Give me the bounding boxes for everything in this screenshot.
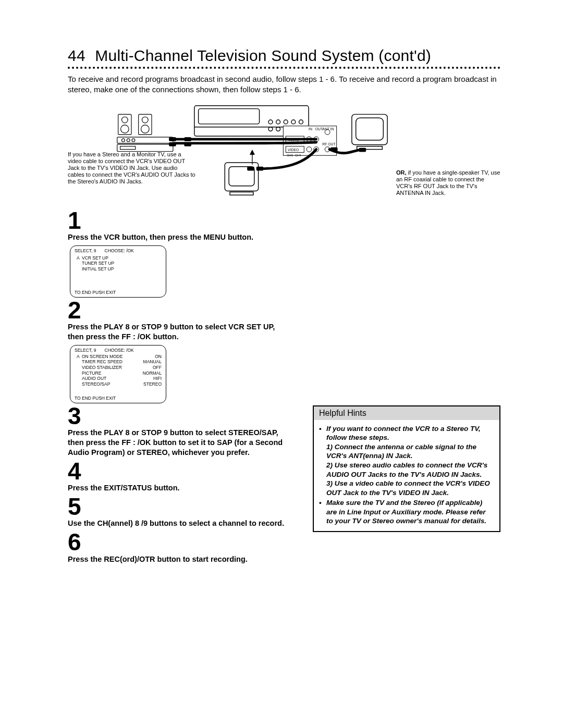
bullet-icon: • [319,424,326,497]
svg-point-20 [268,127,273,131]
osd-menu-2: SELECT, 9 CHOOSE: /OK AON SCREEN MODEON … [70,345,166,403]
osd2-label-2: VIDEO STABILIZER [82,365,134,371]
svg-point-18 [291,120,296,124]
video-label: VIDEO [288,148,299,152]
bullet-icon: • [319,498,326,526]
svg-marker-47 [250,150,254,154]
rf-out-label: RF OUT [322,142,335,145]
osd2-choose: CHOOSE: /OK [105,348,134,353]
step-3-text: Press the PLAY 8 or STOP 9 button to sel… [68,428,292,458]
osd2-label-5: STEREO/SAP [82,381,134,387]
step-1-number: 1 [68,210,500,231]
hint-1-3: 3) Use a video cable to connect the VCR'… [326,479,494,497]
helpful-hints-box: Helpful Hints • If you want to connect t… [313,405,500,532]
osd2-marker-5 [77,381,82,387]
step-6: 6 Press the REC(ord)/OTR button to start… [68,532,297,564]
out-label: OUT [315,127,323,130]
osd2-marker-4 [77,376,82,381]
osd2-label-1: TIMER REC SPEED [82,359,134,365]
osd2-label-3: PICTURE [82,371,134,376]
osd2-value-0: ON [134,354,162,360]
manual-page: 44 Multi-Channel Television Sound System… [0,0,563,598]
svg-rect-42 [256,166,264,170]
osd1-marker-0: A [77,255,82,261]
step-5: 5 Use the CH(annel) 8 /9 buttons to sele… [68,496,297,528]
dotted-rule [68,67,500,69]
step-5-number: 5 [68,496,297,517]
step-4: 4 Press the EXIT/STATUS button. [68,461,297,493]
svg-rect-45 [359,147,366,152]
svg-point-28 [307,146,312,152]
steps-3-6: 3 Press the PLAY 8 or STOP 9 button to s… [68,405,297,567]
svg-point-2 [121,125,129,133]
osd2-marker-0: A [77,354,82,360]
osd1-label-0: VCR SET UP [82,255,134,261]
svg-point-19 [299,120,303,124]
osd2-label-0: ON SCREEN MODE [82,354,134,360]
ch3-label: CH3 [287,154,293,157]
caption-right-text: if you have a single-speaker TV, use an … [396,169,500,196]
step-6-text: Press the REC(ord)/OTR button to start r… [68,554,292,564]
osd1-select: SELECT, 9 [75,248,96,253]
svg-rect-39 [169,142,176,146]
osd1-choose: CHOOSE: /OK [105,248,134,253]
osd2-marker-3 [77,371,82,376]
svg-point-16 [276,120,280,124]
svg-point-7 [121,139,125,142]
svg-rect-6 [117,137,173,143]
ant-in-label: ANT IN [322,127,334,130]
step-2: 2 Press the PLAY 8 or STOP 9 button to s… [68,300,500,342]
svg-rect-0 [118,114,131,134]
caption-left: If you have a Stereo and a Monitor TV, u… [68,151,195,186]
svg-point-8 [127,139,130,142]
step-3: 3 Press the PLAY 8 or STOP 9 button to s… [68,405,297,458]
osd2-value-4: HIFI [134,376,162,381]
osd2-value-2: OFF [134,365,162,371]
osd2-select: SELECT, 9 [75,348,96,353]
caption-right: OR, if you have a single-speaker TV, use… [396,169,500,197]
svg-point-1 [121,117,128,123]
hint-2: Make sure the TV and the Stereo (if appl… [326,498,494,526]
svg-point-4 [142,117,148,123]
osd2-marker-1 [77,359,82,365]
osd2-value-3: NORMAL [134,371,162,376]
intro-paragraph: To receive and record programs broadcast… [68,74,500,95]
step-6-number: 6 [68,532,297,553]
svg-rect-3 [139,114,152,134]
osd2-label-4: AUDIO OUT [82,376,134,381]
osd2-value-1: MANUAL [134,359,162,365]
osd1-marker-1 [77,261,82,266]
svg-rect-44 [331,147,338,151]
svg-rect-40 [184,137,191,141]
page-title: Multi-Channel Television Sound System (c… [95,47,431,64]
osd1-label-2: INITIAL SET UP [82,266,134,272]
svg-rect-11 [120,146,136,149]
svg-rect-41 [184,142,191,146]
svg-point-5 [141,125,150,133]
osd1-marker-2 [77,266,82,272]
in-label: IN [309,127,312,130]
svg-point-15 [268,120,273,124]
osd-menu-1: SELECT, 9 CHOOSE: /OK AVCR SET UP TUNER … [70,245,166,298]
svg-rect-33 [356,118,384,140]
svg-point-9 [132,139,135,142]
step-3-number: 3 [68,405,297,427]
step-2-number: 2 [68,300,500,321]
svg-rect-38 [169,137,176,141]
svg-point-21 [276,127,280,131]
step-2-text: Press the PLAY 8 or STOP 9 button to sel… [68,322,292,342]
step-4-text: Press the EXIT/STATUS button. [68,483,292,493]
osd1-label-1: TUNER SET UP [82,261,134,266]
osd2-marker-2 [77,365,82,371]
svg-rect-43 [247,166,254,170]
hint-1-lead: If you want to connect the VCR to a Ster… [326,424,494,442]
ch4-label: CH4 [295,154,301,157]
hint-1-1: 1) Connect the antenna or cable signal t… [326,442,494,461]
step-5-text: Use the CH(annel) 8 /9 buttons to select… [68,519,292,528]
step-1: 1 Press the VCR button, then press the M… [68,210,500,242]
page-number: 44 [68,47,85,64]
svg-point-17 [284,120,288,124]
svg-rect-37 [230,192,253,195]
osd1-foot: TO END PUSH EXIT [75,290,162,295]
title-line: 44 Multi-Channel Television Sound System… [68,47,500,65]
